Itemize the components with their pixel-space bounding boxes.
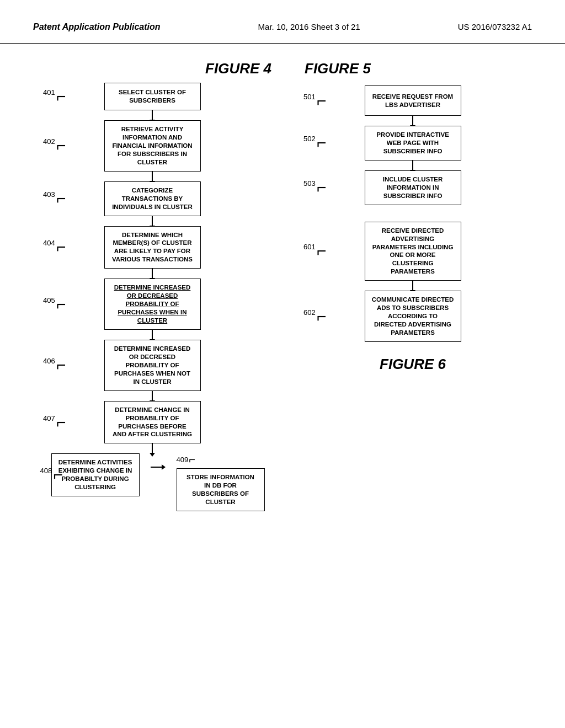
step-405-wrapper: 405 ⌐ DETERMINE INCREASED OR DECREASED P…: [33, 279, 271, 330]
figure6-section: 601 ⌐ RECEIVE DIRECTED ADVERTISING PARAM…: [294, 222, 532, 373]
arrow-402-403: [152, 172, 153, 181]
step-402-box: RETRIEVE ACTIVITY INFORMATION AND FINANC…: [104, 120, 201, 172]
label-407: 407 ⌐: [43, 414, 66, 431]
arrow-405-406: [152, 330, 153, 340]
step-501-box: RECEIVE REQUEST FROM LBS ADVERTISER: [365, 85, 461, 116]
step-405-box: DETERMINE INCREASED OR DECREASED PROBABI…: [104, 279, 201, 330]
header-left: Patent Application Publication: [33, 22, 161, 32]
figure5-flow: 501 ⌐ RECEIVE REQUEST FROM LBS ADVERTISE…: [294, 85, 532, 205]
figure5-title: FIGURE 5: [305, 60, 371, 77]
horiz-arrow-408-409: [151, 464, 166, 470]
step-502-wrapper: 502 ⌐ PROVIDE INTERACTIVE WEB PAGE WITH …: [294, 126, 532, 160]
bottom-row: 408 ⌐ DETERMINE ACTIVITIES EXHIBITING CH…: [33, 453, 271, 511]
figure6-title: FIGURE 6: [380, 356, 446, 373]
step-501-wrapper: 501 ⌐ RECEIVE REQUEST FROM LBS ADVERTISE…: [294, 85, 532, 116]
label-402: 402 ⌐: [43, 137, 66, 154]
step-602-box: COMMUNICATE DIRECTED ADS TO SUBSCRIBERS …: [365, 291, 461, 342]
figure4-title: FIGURE 4: [205, 60, 271, 77]
label-404: 404 ⌐: [43, 239, 66, 255]
arrow-601-602: [412, 281, 413, 291]
step-404-box: DETERMINE WHICH MEMBER(S) OF CLUSTER ARE…: [104, 226, 201, 269]
header-center: Mar. 10, 2016 Sheet 3 of 21: [258, 22, 360, 31]
label-501: 501 ⌐: [303, 93, 326, 109]
label-406: 406 ⌐: [43, 357, 66, 373]
step-406-box: DETERMINE INCREASED OR DECRESED PROBABIL…: [104, 340, 201, 391]
label-403: 403 ⌐: [43, 190, 66, 207]
arrow-407-408: [152, 443, 153, 453]
step-404-wrapper: 404 ⌐ DETERMINE WHICH MEMBER(S) OF CLUST…: [33, 226, 271, 269]
label-409: 409: [177, 456, 189, 464]
step-503-wrapper: 503 ⌐ INCLUDE CLUSTER INFORMATION IN SUB…: [294, 170, 532, 205]
step-408-box: DETERMINE ACTIVITIES EXHIBITING CHANGE I…: [51, 453, 140, 496]
step-408-wrapper: 408 ⌐ DETERMINE ACTIVITIES EXHIBITING CH…: [40, 453, 140, 496]
figure4-column: FIGURE 4 401 ⌐ SELECT CLUSTER OF SUBSCRI…: [33, 60, 271, 511]
step-401-wrapper: 401 ⌐ SELECT CLUSTER OF SUBSCRIBERS: [33, 83, 271, 110]
step-403-wrapper: 403 ⌐ CATEGORIZE TRANSACTIONS BY INDIVID…: [33, 181, 271, 216]
step-401-box: SELECT CLUSTER OF SUBSCRIBERS: [104, 83, 201, 110]
label-401: 401 ⌐: [43, 88, 66, 105]
step-402-wrapper: 402 ⌐ RETRIEVE ACTIVITY INFORMATION AND …: [33, 120, 271, 172]
header-right: US 2016/073232 A1: [458, 22, 532, 31]
arrow-502-503: [412, 160, 413, 170]
right-column: FIGURE 5 501 ⌐ RECEIVE REQUEST FROM LBS …: [294, 60, 532, 511]
label-503: 503 ⌐: [303, 179, 326, 196]
bottom-section: 408 ⌐ DETERMINE ACTIVITIES EXHIBITING CH…: [33, 453, 271, 511]
arrow-501-502: [412, 116, 413, 126]
step-409-box: STORE INFORMATION IN DB FOR SUBSCRIBERS …: [177, 468, 265, 511]
arrow-401-402: [152, 110, 153, 120]
step-503-box: INCLUDE CLUSTER INFORMATION IN SUBSCRIBE…: [365, 170, 461, 205]
label-502: 502 ⌐: [303, 135, 326, 151]
figure4-flow: 401 ⌐ SELECT CLUSTER OF SUBSCRIBERS 402 …: [33, 83, 271, 511]
step-407-wrapper: 407 ⌐ DETERMINE CHANGE IN PROBABILITY OF…: [33, 401, 271, 444]
label-408: 408 ⌐: [40, 467, 63, 483]
step-502-box: PROVIDE INTERACTIVE WEB PAGE WITH SUBSCR…: [365, 126, 461, 160]
label-602: 602 ⌐: [303, 308, 326, 325]
step-406-wrapper: 406 ⌐ DETERMINE INCREASED OR DECRESED PR…: [33, 340, 271, 391]
step-602-wrapper: 602 ⌐ COMMUNICATE DIRECTED ADS TO SUBSCR…: [294, 291, 532, 342]
step-407-box: DETERMINE CHANGE IN PROBABILITY OF PURCH…: [104, 401, 201, 444]
step-601-wrapper: 601 ⌐ RECEIVE DIRECTED ADVERTISING PARAM…: [294, 222, 532, 281]
label-601: 601 ⌐: [303, 243, 326, 259]
step-601-box: RECEIVE DIRECTED ADVERTISING PARAMETERS …: [365, 222, 461, 281]
arrow-403-404: [152, 216, 153, 226]
step-403-box: CATEGORIZE TRANSACTIONS BY INDIVIDUALS I…: [104, 181, 201, 216]
label-405: 405 ⌐: [43, 296, 66, 313]
main-content: FIGURE 4 401 ⌐ SELECT CLUSTER OF SUBSCRI…: [0, 44, 565, 528]
page-header: Patent Application Publication Mar. 10, …: [0, 0, 565, 44]
arrow-406-407: [152, 391, 153, 401]
arrow-404-405: [152, 269, 153, 279]
